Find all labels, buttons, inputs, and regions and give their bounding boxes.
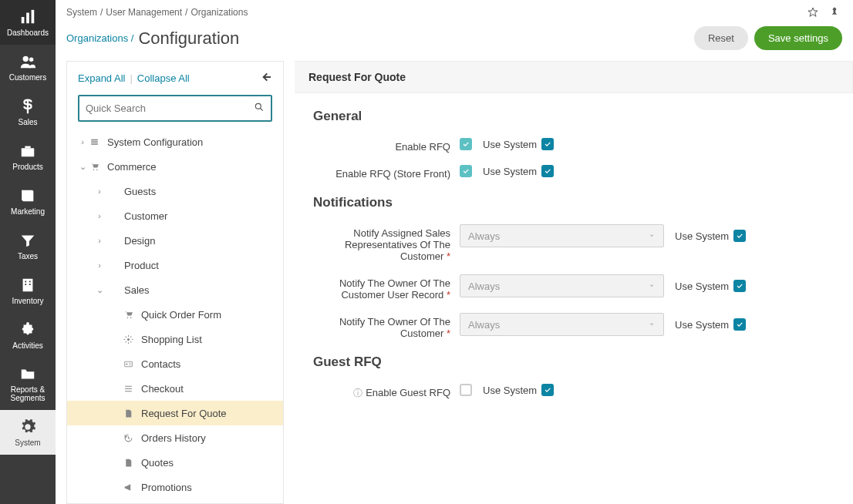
section-heading-notifications: Notifications — [313, 195, 834, 210]
tree-item-customer[interactable]: ›Customer — [67, 203, 283, 228]
checkbox-use-system[interactable] — [733, 318, 746, 331]
nav-marketing[interactable]: Marketing — [0, 179, 56, 223]
tree-item-checkout[interactable]: Checkout — [67, 376, 283, 401]
tree-item-label: Promotions — [141, 482, 192, 493]
tree-item-label: Quick Order Form — [141, 309, 221, 321]
nav-customers[interactable]: Customers — [0, 45, 56, 89]
nav-taxes[interactable]: Taxes — [0, 223, 56, 268]
title-breadcrumb-link[interactable]: Organizations / — [66, 32, 133, 44]
breadcrumb: System / User Management / Organizations — [56, 0, 853, 25]
use-system-label: Use System — [483, 385, 537, 396]
tree-item-product[interactable]: ›Product — [67, 253, 283, 277]
section-heading-general: General — [313, 109, 834, 124]
tree-item-design[interactable]: ›Design — [67, 228, 283, 253]
nav-dashboards[interactable]: Dashboards — [0, 0, 56, 45]
tree-item-label: Orders History — [141, 432, 206, 444]
list-icon — [121, 384, 135, 394]
select-notify-owner-customer: Always — [460, 313, 664, 336]
field-label: Notify The Owner Of The Customer * — [313, 313, 460, 339]
tree-scroll[interactable]: ›System Configuration⌄Commerce›Guests›Cu… — [67, 129, 283, 503]
tree-item-system-configuration[interactable]: ›System Configuration — [67, 129, 283, 154]
tree-item-request-for-quote[interactable]: Request For Quote — [67, 401, 283, 425]
caret-right-icon: › — [95, 260, 104, 270]
form-panel-title: Request For Quote — [295, 61, 853, 93]
tree-item-label: Customer — [124, 210, 167, 222]
nav-label: Activities — [12, 341, 42, 350]
caret-down-icon — [648, 230, 656, 242]
tree-item-promotions[interactable]: Promotions — [67, 475, 283, 499]
collapse-all-link[interactable]: Collapse All — [137, 72, 190, 84]
nav-products[interactable]: Products — [0, 134, 56, 179]
filter-icon — [19, 232, 36, 249]
svg-point-11 — [255, 103, 261, 109]
caret-down-icon: ⌄ — [78, 162, 87, 172]
checkbox-use-system[interactable] — [733, 280, 746, 292]
tree-item-orders-history[interactable]: Orders History — [67, 425, 283, 450]
search-icon[interactable] — [248, 102, 271, 115]
caret-right-icon: › — [78, 137, 87, 146]
svg-rect-9 — [25, 284, 26, 285]
pin-icon[interactable] — [827, 5, 842, 20]
use-system-label: Use System — [675, 230, 729, 242]
breadcrumb-segment[interactable]: System — [66, 7, 97, 18]
nav-system[interactable]: System — [0, 410, 56, 455]
svg-point-21 — [126, 363, 127, 365]
tree-item-contacts[interactable]: Contacts — [67, 351, 283, 376]
users-icon — [19, 53, 36, 70]
star-icon[interactable] — [805, 5, 821, 20]
tree-item-label: Guests — [124, 186, 156, 197]
info-icon[interactable]: ⓘ — [353, 388, 362, 398]
building-icon — [19, 277, 36, 294]
caret-right-icon: › — [95, 236, 104, 245]
caret-down-icon — [648, 281, 656, 292]
nav-label: Marketing — [11, 207, 45, 216]
nav-reports[interactable]: Reports & Segments — [0, 358, 56, 410]
reset-button[interactable]: Reset — [694, 26, 748, 50]
search-input[interactable] — [79, 96, 248, 120]
nav-label: Customers — [9, 73, 46, 82]
row-enable-rfq: Enable RFQ Use System — [313, 138, 834, 153]
nav-inventory[interactable]: Inventory — [0, 268, 56, 313]
card-icon — [121, 359, 135, 369]
nav-activities[interactable]: Activities — [0, 313, 56, 358]
briefcase-icon — [19, 143, 36, 160]
field-label: Notify Assigned Sales Representatives Of… — [313, 224, 460, 262]
svg-point-4 — [29, 57, 34, 62]
tree-item-shopping-list[interactable]: Shopping List — [67, 327, 283, 351]
expand-all-link[interactable]: Expand All — [78, 72, 125, 84]
tree-item-quotes[interactable]: Quotes — [67, 450, 283, 475]
select-notify-sales-reps: Always — [460, 224, 664, 247]
nav-sales[interactable]: Sales — [0, 89, 56, 134]
tree-item-label: Contacts — [141, 358, 180, 370]
field-label: ⓘEnable Guest RFQ — [313, 384, 460, 400]
tree-item-commerce[interactable]: ⌄Commerce — [67, 154, 283, 179]
cart-icon — [87, 162, 101, 172]
use-system-label: Use System — [675, 319, 729, 331]
tree-item-guests[interactable]: ›Guests — [67, 179, 283, 203]
use-system-label: Use System — [483, 139, 537, 150]
breadcrumb-segment[interactable]: Organizations — [190, 7, 248, 18]
gear-icon — [121, 334, 135, 344]
checkbox-use-system[interactable] — [733, 230, 746, 242]
tree-item-quick-order-form[interactable]: Quick Order Form — [67, 302, 283, 327]
tree-item-label: Product — [124, 260, 159, 271]
checkbox-use-system[interactable] — [541, 384, 554, 396]
tree-item-sales[interactable]: ⌄Sales — [67, 277, 283, 302]
save-button[interactable]: Save settings — [754, 26, 842, 50]
checkbox-enable-rfq[interactable] — [460, 138, 472, 150]
search-input-wrap — [78, 95, 272, 122]
svg-rect-1 — [26, 12, 29, 23]
checkbox-use-system[interactable] — [541, 138, 554, 150]
nav-label: Sales — [18, 118, 37, 126]
svg-point-16 — [96, 169, 97, 170]
checkbox-enable-rfq-storefront[interactable] — [460, 165, 472, 177]
svg-point-17 — [126, 317, 128, 318]
file-icon — [121, 458, 135, 468]
nav-label: Inventory — [12, 297, 43, 305]
breadcrumb-segment[interactable]: User Management — [106, 7, 182, 18]
caret-down-icon — [648, 319, 656, 331]
svg-rect-20 — [124, 361, 132, 367]
arrow-left-icon[interactable] — [260, 71, 272, 86]
checkbox-enable-guest-rfq[interactable] — [460, 384, 472, 396]
checkbox-use-system[interactable] — [541, 165, 554, 177]
